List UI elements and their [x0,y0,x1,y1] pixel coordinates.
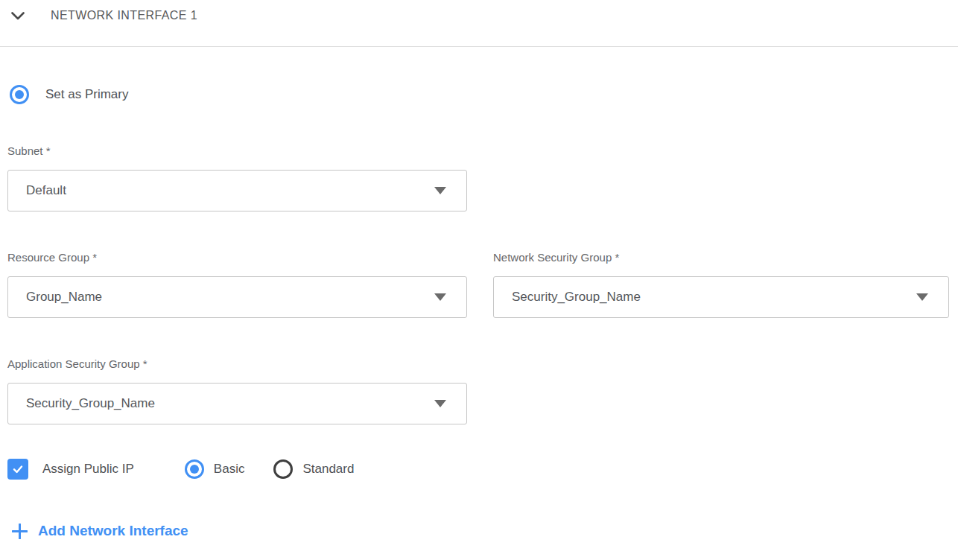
radio-selected-dot [15,90,24,99]
set-as-primary-radio[interactable] [10,85,29,104]
chevron-down-icon [11,12,25,20]
resource-group-select[interactable]: Group_Name [7,276,467,318]
set-as-primary-label: Set as Primary [45,87,128,102]
network-security-group-field-group: Network Security Group * Security_Group_… [493,250,949,318]
assign-public-ip-label: Assign Public IP [42,462,134,477]
chevron-down-icon [434,293,446,301]
radio-selected-dot [190,465,199,474]
application-security-group-value: Security_Group_Name [26,396,155,411]
basic-radio[interactable] [185,459,204,479]
ip-sku-standard-option: Standard [273,459,354,479]
chevron-down-icon [434,400,446,407]
basic-label: Basic [214,462,245,477]
assign-public-ip-option: Assign Public IP [7,459,134,480]
resource-group-label: Resource Group * [7,250,467,265]
public-ip-options-row: Assign Public IP Basic Standard [7,459,949,480]
application-security-group-field-group: Application Security Group * Security_Gr… [7,357,467,424]
subnet-value: Default [26,183,66,198]
standard-radio[interactable] [273,459,293,479]
resource-group-value: Group_Name [26,290,102,305]
network-interface-section-header: NETWORK INTERFACE 1 [0,0,958,47]
chevron-down-icon [434,187,446,194]
application-security-group-label: Application Security Group * [7,357,467,372]
subnet-field-group: Subnet * Default [7,144,467,211]
collapse-section-button[interactable] [10,8,25,23]
subnet-select[interactable]: Default [7,170,467,211]
network-security-group-value: Security_Group_Name [512,290,641,305]
network-security-group-label: Network Security Group * [493,250,949,265]
assign-public-ip-checkbox[interactable] [7,459,28,480]
plus-icon [12,524,28,539]
group-fields-row: Resource Group * Group_Name Network Secu… [7,250,949,318]
resource-group-field-group: Resource Group * Group_Name [7,250,467,318]
network-interface-form: Set as Primary Subnet * Default Resource… [0,84,958,542]
section-title: NETWORK INTERFACE 1 [51,8,197,23]
add-network-interface-label: Add Network Interface [38,521,188,541]
add-network-interface-link[interactable]: Add Network Interface [12,521,188,541]
application-security-group-select[interactable]: Security_Group_Name [7,383,467,424]
checkmark-icon [10,462,25,477]
chevron-down-icon [916,293,928,301]
network-security-group-select[interactable]: Security_Group_Name [493,276,949,318]
ip-sku-basic-option: Basic [185,459,245,479]
set-as-primary-option: Set as Primary [7,84,949,105]
standard-label: Standard [302,462,354,477]
subnet-label: Subnet * [7,144,467,159]
